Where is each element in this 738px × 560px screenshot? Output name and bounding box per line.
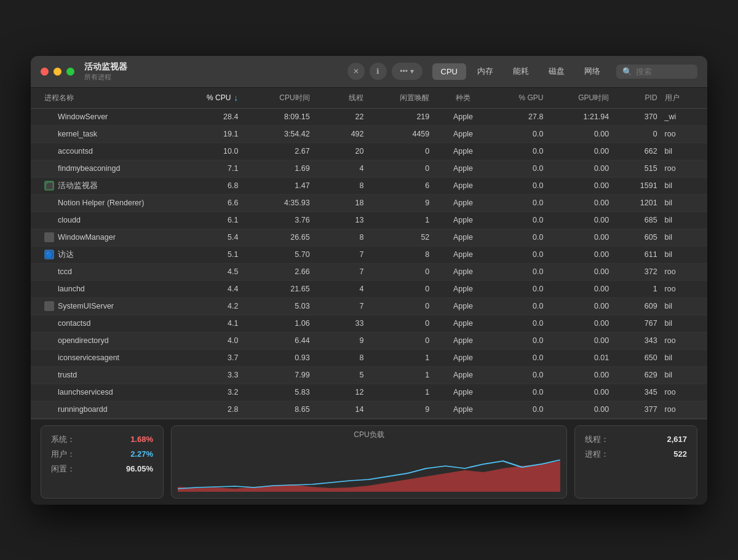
td-threads: 18 (314, 199, 368, 207)
td-user: roo (661, 336, 697, 345)
table-row[interactable]: launchd 4.4 21.65 4 0 Apple 0.0 0.00 1 r… (31, 281, 707, 298)
table-body: WindowServer 28.4 8:09.15 22 219 Apple 2… (31, 109, 707, 419)
td-user: roo (661, 388, 697, 396)
th-cputime[interactable]: CPU时间 (242, 88, 313, 108)
table-row[interactable]: accountsd 10.0 2.67 20 0 Apple 0.0 0.00 … (31, 143, 707, 160)
th-gpu[interactable]: % GPU (493, 88, 547, 108)
table-row[interactable]: trustd 3.3 7.99 5 1 Apple 0.0 0.00 629 b… (31, 367, 707, 384)
th-pid[interactable]: PID (613, 88, 661, 108)
titlebar-controls: ✕ ℹ ••• ▾ (347, 63, 423, 80)
table-row[interactable]: Notion Helper (Renderer) 6.6 4:35.93 18 … (31, 195, 707, 212)
maximize-button[interactable] (66, 68, 74, 76)
td-cpu: 4.5 (177, 267, 242, 276)
td-threads: 8 (314, 181, 368, 190)
table-row[interactable]: runningboardd 2.8 8.65 14 9 Apple 0.0 0.… (31, 401, 707, 419)
td-pid: 650 (613, 353, 661, 362)
stats-left-block: 系统： 1.68% 用户： 2.27% 闲置： 96.05% (41, 425, 164, 499)
th-idle[interactable]: 闲置唤醒 (367, 88, 433, 108)
tab-disk[interactable]: 磁盘 (540, 62, 573, 81)
td-pid: 0 (613, 130, 661, 138)
tab-memory[interactable]: 内存 (469, 62, 502, 81)
th-cpu[interactable]: % CPU ↓ (177, 88, 242, 108)
td-user: bil (661, 233, 697, 242)
table-row[interactable]: contactsd 4.1 1.06 33 0 Apple 0.0 0.00 7… (31, 315, 707, 333)
close-icon-btn[interactable]: ✕ (347, 63, 365, 80)
th-threads[interactable]: 线程 (314, 88, 368, 108)
td-pid: 343 (613, 336, 661, 345)
process-stats-block: 线程： 2,617 进程： 522 (574, 425, 697, 499)
th-name[interactable]: 进程名称 (41, 88, 177, 108)
td-cputime: 0.93 (242, 353, 313, 362)
td-cpu: 2.8 (177, 405, 242, 414)
td-idle: 6 (367, 181, 433, 190)
table-row[interactable]: findmybeaconingd 7.1 1.69 4 0 Apple 0.0 … (31, 160, 707, 178)
td-idle: 0 (367, 147, 433, 156)
td-name: 🔵访达 (41, 250, 177, 260)
td-pid: 1591 (613, 181, 661, 190)
td-gputime: 0.01 (547, 353, 613, 362)
td-name: launchservicesd (41, 388, 177, 396)
tab-energy[interactable]: 能耗 (504, 62, 538, 81)
td-cputime: 5.70 (242, 250, 313, 259)
info-btn[interactable]: ℹ (370, 63, 387, 80)
td-kind: Apple (433, 388, 493, 396)
td-idle: 0 (367, 319, 433, 328)
table-row[interactable]: 🔵访达 5.1 5.70 7 8 Apple 0.0 0.00 611 bil (31, 246, 707, 264)
td-gpu: 27.8 (493, 112, 547, 121)
table-row[interactable]: WindowManager 5.4 26.65 8 52 Apple 0.0 0… (31, 229, 707, 246)
table-row[interactable]: iconservicesagent 3.7 0.93 8 1 Apple 0.0… (31, 350, 707, 367)
close-button[interactable] (41, 68, 49, 76)
tab-cpu[interactable]: CPU (432, 63, 466, 80)
table-row[interactable]: SystemUIServer 4.2 5.03 7 0 Apple 0.0 0.… (31, 298, 707, 315)
td-cpu: 5.4 (177, 233, 242, 242)
td-gputime: 0.00 (547, 147, 613, 156)
th-gputime[interactable]: GPU时间 (547, 88, 613, 108)
td-cpu: 3.7 (177, 353, 242, 362)
td-gpu: 0.0 (493, 250, 547, 259)
td-name: Notion Helper (Renderer) (41, 199, 177, 207)
td-gpu: 0.0 (493, 353, 547, 362)
stat-label-process: 进程： (585, 449, 609, 460)
td-name: ⬛活动监视器 (41, 181, 177, 191)
table-row[interactable]: ⬛活动监视器 6.8 1.47 8 6 Apple 0.0 0.00 1591 … (31, 178, 707, 195)
td-kind: Apple (433, 302, 493, 310)
td-name: runningboardd (41, 405, 177, 414)
td-pid: 377 (613, 405, 661, 414)
td-gputime: 0.00 (547, 164, 613, 173)
search-box[interactable]: 🔍 (616, 65, 697, 79)
td-gpu: 0.0 (493, 336, 547, 345)
more-btn[interactable]: ••• ▾ (392, 63, 423, 80)
table-row[interactable]: opendirectoryd 4.0 6.44 9 0 Apple 0.0 0.… (31, 333, 707, 350)
td-threads: 7 (314, 302, 368, 310)
table-row[interactable]: WindowServer 28.4 8:09.15 22 219 Apple 2… (31, 109, 707, 126)
search-input[interactable] (636, 67, 691, 76)
td-threads: 14 (314, 405, 368, 414)
td-gpu: 0.0 (493, 199, 547, 207)
table-row[interactable]: cloudd 6.1 3.76 13 1 Apple 0.0 0.00 685 … (31, 212, 707, 229)
td-threads: 7 (314, 250, 368, 259)
table-header: 进程名称 % CPU ↓ CPU时间 线程 闲置唤醒 种类 % GPU GPU时… (31, 88, 707, 109)
table-row[interactable]: kernel_task 19.1 3:54.42 492 4459 Apple … (31, 126, 707, 143)
td-user: bil (661, 216, 697, 224)
td-name: SystemUIServer (41, 301, 177, 311)
search-icon: 🔍 (622, 67, 632, 76)
td-pid: 662 (613, 147, 661, 156)
td-pid: 605 (613, 233, 661, 242)
td-gputime: 0.00 (547, 267, 613, 276)
td-gputime: 1:21.94 (547, 112, 613, 121)
th-user[interactable]: 用户 (661, 88, 697, 108)
td-threads: 4 (314, 285, 368, 293)
table-row[interactable]: launchservicesd 3.2 5.83 12 1 Apple 0.0 … (31, 384, 707, 401)
td-gputime: 0.00 (547, 319, 613, 328)
td-cpu: 10.0 (177, 147, 242, 156)
td-pid: 1201 (613, 199, 661, 207)
th-kind[interactable]: 种类 (433, 88, 493, 108)
td-pid: 515 (613, 164, 661, 173)
chart-area (178, 443, 560, 494)
table-row[interactable]: tccd 4.5 2.66 7 0 Apple 0.0 0.00 372 roo (31, 264, 707, 281)
tab-network[interactable]: 网络 (576, 62, 609, 81)
stat-row-idle: 闲置： 96.05% (51, 462, 153, 476)
minimize-button[interactable] (54, 68, 62, 76)
td-name: contactsd (41, 319, 177, 328)
td-cpu: 3.2 (177, 388, 242, 396)
